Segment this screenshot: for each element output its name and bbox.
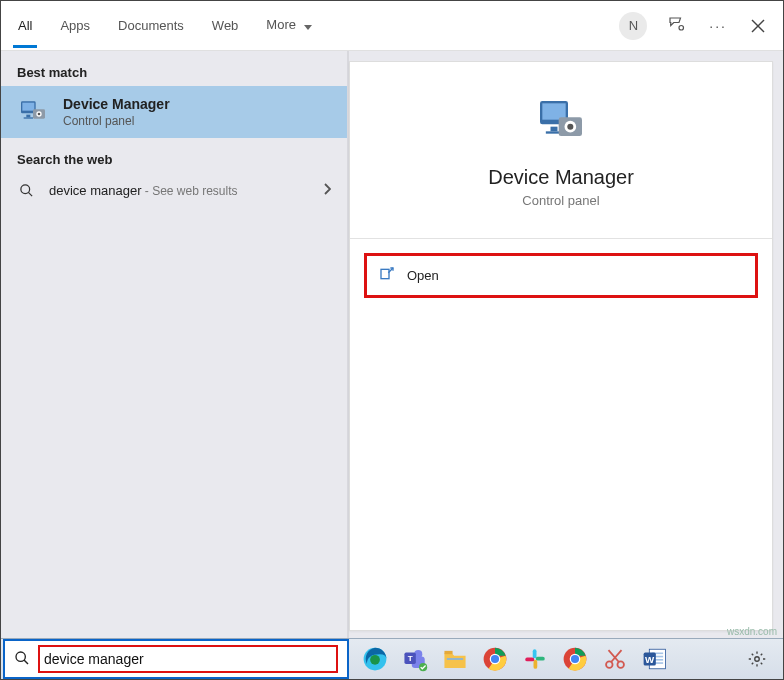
search-web-heading: Search the web — [1, 138, 347, 173]
caret-down-icon — [304, 19, 312, 34]
svg-text:W: W — [645, 654, 655, 665]
search-icon — [14, 650, 30, 669]
preview-pane: Device Manager Control panel Open — [349, 51, 783, 638]
taskbar-app-edge[interactable] — [359, 643, 391, 675]
svg-point-34 — [491, 655, 499, 663]
content-body: Best match Device Manager Control panel … — [1, 51, 783, 638]
web-query-text: device manager — [49, 183, 142, 198]
web-hint-text: - See web results — [142, 184, 238, 198]
feedback-icon[interactable] — [663, 11, 689, 40]
svg-rect-4 — [22, 103, 34, 111]
taskbar-app-slack[interactable] — [519, 643, 551, 675]
svg-text:T: T — [408, 654, 413, 663]
taskbar-app-chrome[interactable] — [479, 643, 511, 675]
svg-rect-37 — [534, 660, 538, 669]
svg-rect-13 — [542, 103, 565, 119]
taskbar-apps: T — [359, 643, 671, 675]
header-actions: N ··· — [619, 11, 769, 40]
close-icon[interactable] — [747, 15, 769, 37]
tab-more[interactable]: More — [263, 3, 314, 47]
tab-documents[interactable]: Documents — [115, 4, 187, 47]
watermark: wsxdn.com — [727, 626, 777, 637]
preview-subtitle: Control panel — [522, 193, 599, 208]
svg-rect-19 — [381, 269, 389, 278]
chevron-right-icon — [323, 183, 331, 198]
preview-title: Device Manager — [488, 166, 634, 189]
svg-line-22 — [24, 660, 28, 664]
svg-rect-35 — [533, 649, 537, 658]
svg-point-0 — [679, 26, 684, 31]
svg-rect-38 — [525, 658, 534, 662]
svg-point-18 — [567, 124, 573, 130]
svg-line-45 — [609, 650, 620, 662]
more-options-icon[interactable]: ··· — [705, 14, 731, 38]
web-result-text: device manager - See web results — [49, 183, 238, 198]
result-subtitle: Control panel — [63, 114, 170, 128]
header-tabs: All Apps Documents Web More — [15, 3, 619, 47]
preview-divider — [350, 238, 772, 239]
tab-web[interactable]: Web — [209, 4, 242, 47]
svg-rect-14 — [551, 127, 558, 132]
open-icon — [379, 266, 395, 285]
web-result-row[interactable]: device manager - See web results — [1, 173, 347, 208]
device-manager-icon — [17, 96, 49, 128]
svg-rect-31 — [447, 658, 463, 660]
taskbar-app-word[interactable]: W — [639, 643, 671, 675]
search-input[interactable] — [44, 651, 332, 667]
taskbar-search-outline — [3, 639, 349, 679]
tray-settings-icon[interactable] — [741, 643, 773, 675]
open-label: Open — [407, 268, 439, 283]
svg-rect-6 — [24, 117, 33, 118]
taskbar-tray — [741, 643, 777, 675]
tab-more-label: More — [266, 17, 296, 32]
svg-rect-36 — [536, 657, 545, 661]
search-highlight-box — [38, 645, 338, 673]
taskbar-search[interactable] — [8, 644, 344, 674]
svg-line-44 — [611, 650, 622, 662]
results-pane: Best match Device Manager Control panel … — [1, 51, 349, 638]
user-avatar[interactable]: N — [619, 12, 647, 40]
result-title: Device Manager — [63, 96, 170, 112]
svg-point-24 — [370, 655, 380, 665]
svg-line-11 — [28, 192, 32, 196]
taskbar-app-chrome-2[interactable] — [559, 643, 591, 675]
best-match-heading: Best match — [1, 51, 347, 86]
search-icon — [17, 183, 35, 198]
svg-point-53 — [755, 657, 760, 662]
result-device-manager[interactable]: Device Manager Control panel — [1, 86, 347, 138]
taskbar-app-teams[interactable]: T — [399, 643, 431, 675]
svg-rect-30 — [444, 651, 452, 654]
tab-apps[interactable]: Apps — [57, 4, 93, 47]
svg-point-41 — [571, 655, 579, 663]
preview-app-icon — [531, 92, 591, 152]
svg-point-21 — [16, 652, 25, 661]
open-action[interactable]: Open — [364, 253, 758, 298]
header-bar: All Apps Documents Web More N ··· — [1, 1, 783, 51]
svg-point-9 — [38, 113, 41, 116]
tab-all[interactable]: All — [15, 4, 35, 47]
result-text-block: Device Manager Control panel — [63, 96, 170, 128]
preview-card: Device Manager Control panel Open — [349, 61, 773, 631]
taskbar: T — [1, 638, 783, 679]
taskbar-app-file-explorer[interactable] — [439, 643, 471, 675]
svg-rect-5 — [26, 115, 30, 118]
taskbar-app-snip[interactable] — [599, 643, 631, 675]
svg-point-10 — [20, 185, 29, 194]
